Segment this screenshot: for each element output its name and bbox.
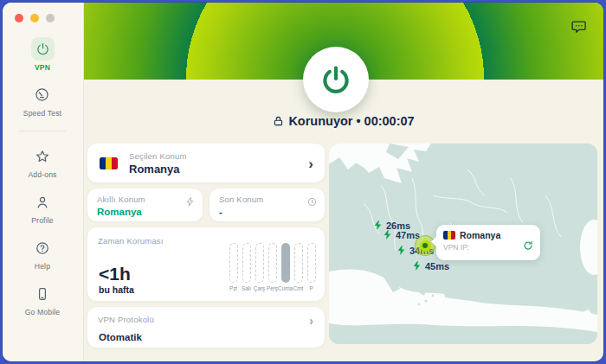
phone-icon xyxy=(30,282,54,305)
day-label: Cuma xyxy=(278,285,293,291)
sidebar-item-label: Go Mobile xyxy=(25,308,61,316)
sidebar-item-go-mobile[interactable]: Go Mobile xyxy=(25,282,61,316)
ping-value: 45ms xyxy=(425,261,449,271)
refresh-icon[interactable] xyxy=(523,239,533,254)
sidebar-item-help[interactable]: Help xyxy=(31,236,55,271)
bolt-icon xyxy=(382,229,393,240)
bolt-icon xyxy=(185,195,195,210)
ping-marker: 45ms xyxy=(411,260,449,271)
sidebar-item-profile[interactable]: Profile xyxy=(31,190,55,225)
selected-location-marker[interactable] xyxy=(415,235,435,256)
bolt-icon xyxy=(411,260,422,271)
romania-flag-icon xyxy=(443,231,455,239)
bolt-icon xyxy=(396,245,407,256)
selected-location-card[interactable]: Seçilen Konum Romanya › xyxy=(87,143,326,183)
power-icon xyxy=(320,64,351,95)
usage-bar xyxy=(307,243,316,283)
day-label: Perş xyxy=(267,285,278,291)
vpn-protocol-card[interactable]: VPN Protokolü › Otomatik xyxy=(87,306,326,348)
last-location-value: - xyxy=(219,207,316,217)
day-column: Salı xyxy=(241,243,252,291)
feedback-chat-icon[interactable] xyxy=(571,18,588,35)
day-label: Çarş xyxy=(254,285,265,291)
zoom-button[interactable] xyxy=(46,14,55,22)
selected-location-label: Seçilen Konum xyxy=(129,151,314,161)
sidebar-item-label: Add-ons xyxy=(28,170,56,179)
usage-bar xyxy=(242,243,251,283)
day-column: Perş xyxy=(267,243,278,291)
location-tooltip: Romanya VPN IP: xyxy=(436,225,540,260)
smart-location-value: Romanya xyxy=(97,207,194,217)
sidebar-item-label: Speed Test xyxy=(23,109,61,118)
usage-bar xyxy=(294,243,303,283)
sidebar-item-vpn[interactable]: VPN xyxy=(31,37,55,72)
smart-location-label: Akıllı Konum xyxy=(97,195,194,204)
europe-map: 26ms 47ms 34ms 45ms Romanya VPN IP: xyxy=(329,144,597,344)
time-protection-value: <1h xyxy=(99,264,131,284)
sidebar: VPN Speed Test Add-ons Profile xyxy=(3,3,84,361)
app-window: VPN Speed Test Add-ons Profile xyxy=(3,3,603,361)
sidebar-item-label: VPN xyxy=(35,63,50,72)
chevron-right-icon: › xyxy=(309,315,313,327)
usage-bar xyxy=(268,243,277,283)
connection-status: Korunuyor•00:00:07 xyxy=(84,114,603,128)
sidebar-item-speed-test[interactable]: Speed Test xyxy=(23,83,61,118)
sidebar-item-add-ons[interactable]: Add-ons xyxy=(28,144,56,179)
status-separator: • xyxy=(356,114,360,128)
usage-bar-active xyxy=(281,243,290,283)
last-location-label: Son Konum xyxy=(219,195,316,204)
smart-location-card: Akıllı Konum Romanya xyxy=(87,188,203,222)
chevron-right-icon: › xyxy=(308,156,313,171)
tooltip-country: Romanya xyxy=(460,230,500,240)
day-label: Cmt xyxy=(293,285,304,291)
status-label: Korunuyor xyxy=(288,114,352,128)
day-label: Pzt xyxy=(229,285,237,291)
day-column: Pzt xyxy=(228,243,239,291)
padlock-icon xyxy=(273,115,284,127)
last-location-card: Son Konum - xyxy=(209,188,326,222)
power-button[interactable] xyxy=(303,47,369,112)
vpn-protocol-value: Otomatik xyxy=(99,332,142,342)
traffic-lights xyxy=(15,14,55,22)
usage-bar xyxy=(255,243,264,283)
tooltip-ip-label: VPN IP: xyxy=(443,243,533,252)
vpn-protocol-label: VPN Protokolü xyxy=(98,315,314,324)
selected-location-value: Romanya xyxy=(129,163,314,176)
sidebar-item-label: Profile xyxy=(31,216,54,225)
weekly-usage-chart: Pzt Salı Çarş Perş Cuma Cmt P xyxy=(228,243,317,291)
sidebar-item-label: Help xyxy=(35,262,50,271)
ping-marker: 47ms xyxy=(382,229,420,240)
day-column: Cuma xyxy=(280,243,291,291)
romania-flag-icon xyxy=(100,157,118,169)
power-icon xyxy=(31,37,55,61)
usage-bar xyxy=(229,243,238,283)
day-column: Çarş xyxy=(254,243,265,291)
day-label: Salı xyxy=(242,285,251,291)
question-circle-icon xyxy=(31,236,55,259)
day-column: P xyxy=(306,243,317,291)
time-protection-period: bu hafta xyxy=(99,284,134,295)
time-protection-card: Zaman Koruması <1h bu hafta Pzt Salı Çar… xyxy=(87,227,326,302)
minimize-button[interactable] xyxy=(30,14,39,22)
speedometer-icon xyxy=(30,83,54,106)
star-icon xyxy=(31,144,55,168)
day-column: Cmt xyxy=(293,243,304,291)
sidebar-divider xyxy=(19,131,66,131)
person-icon xyxy=(31,190,55,214)
status-timer: 00:00:07 xyxy=(364,114,415,128)
close-button[interactable] xyxy=(15,14,23,22)
day-label: P xyxy=(309,285,313,291)
clock-icon xyxy=(307,195,317,210)
